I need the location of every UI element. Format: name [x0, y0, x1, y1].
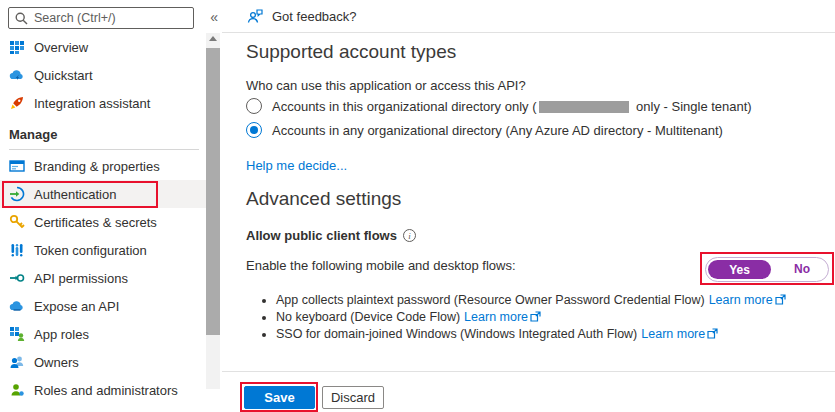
search-icon [15, 12, 28, 25]
sidebar-item-label: Token configuration [34, 243, 147, 258]
footer-divider [222, 371, 835, 372]
got-feedback-button[interactable]: Got feedback? [247, 8, 357, 25]
scrollbar-thumb[interactable] [206, 48, 220, 335]
account-types-question: Who can use this application or access t… [246, 78, 526, 93]
section-title-advanced-settings: Advanced settings [246, 188, 401, 210]
sidebar-item-token-configuration[interactable]: Token configuration [0, 236, 206, 264]
external-link-icon [775, 294, 786, 305]
allow-public-client-flows-label: Allow public client flows i [246, 228, 416, 243]
sidebar-item-label: Expose an API [34, 299, 119, 314]
integration-assistant-icon [9, 95, 25, 111]
sidebar-item-app-roles[interactable]: App roles [0, 320, 206, 348]
sidebar-item-branding-properties[interactable]: Branding & properties [0, 152, 206, 180]
sidebar-item-label: Owners [34, 355, 79, 370]
sidebar: Search (Ctrl+/) « Overview Quickstart [0, 0, 222, 412]
sidebar-item-integration-assistant[interactable]: Integration assistant [0, 89, 206, 117]
token-configuration-icon [9, 242, 25, 258]
sidebar-item-overview[interactable]: Overview [0, 33, 206, 61]
overview-icon [9, 39, 25, 55]
expose-api-icon [9, 298, 25, 314]
list-item: SSO for domain-joined Windows (Windows I… [276, 327, 786, 341]
radio-selected-icon[interactable] [246, 122, 262, 138]
redacted-tenant-name [539, 101, 629, 113]
list-item: App collects plaintext password (Resourc… [276, 293, 786, 307]
save-button[interactable]: Save [244, 386, 315, 409]
radio-option-single-tenant[interactable]: Accounts in this organizational director… [246, 98, 752, 114]
learn-more-link[interactable]: Learn more [464, 310, 541, 324]
info-icon[interactable]: i [403, 229, 416, 242]
app-roles-icon [9, 326, 25, 342]
learn-more-link[interactable]: Learn more [641, 327, 718, 341]
sidebar-item-roles-administrators[interactable]: Roles and administrators [0, 376, 206, 404]
collapse-sidebar-icon[interactable]: « [210, 9, 218, 25]
sidebar-item-label: Roles and administrators [34, 383, 178, 398]
quickstart-icon [9, 67, 25, 83]
sidebar-item-label: App roles [34, 327, 89, 342]
sidebar-item-label: Integration assistant [34, 96, 150, 111]
search-input[interactable]: Search (Ctrl+/) [8, 7, 194, 29]
discard-button[interactable]: Discard [322, 386, 384, 409]
sidebar-nav: Overview Quickstart Integration assistan… [0, 33, 206, 404]
sidebar-item-label: API permissions [34, 271, 128, 286]
toggle-no-option[interactable]: No [794, 262, 810, 276]
sidebar-item-label: Overview [34, 40, 88, 55]
authentication-icon [9, 186, 25, 202]
external-link-icon [530, 311, 541, 322]
help-me-decide-link[interactable]: Help me decide... [246, 158, 347, 173]
learn-more-link[interactable]: Learn more [709, 293, 786, 307]
sidebar-item-owners[interactable]: Owners [0, 348, 206, 376]
roles-administrators-icon [9, 382, 25, 398]
list-item: No keyboard (Device Code Flow)Learn more [276, 310, 786, 324]
radio-option-multitenant[interactable]: Accounts in any organizational directory… [246, 122, 723, 138]
got-feedback-label: Got feedback? [272, 9, 357, 24]
sidebar-divider [9, 149, 199, 150]
sidebar-item-label: Certificates & secrets [34, 215, 157, 230]
radio-unselected-icon[interactable] [246, 98, 262, 114]
enable-flows-label: Enable the following mobile and desktop … [246, 258, 516, 273]
sidebar-scrollbar[interactable] [206, 33, 220, 389]
section-title-supported-account-types: Supported account types [246, 41, 456, 63]
toggle-yes-option[interactable]: Yes [708, 260, 771, 279]
main-content: Got feedback? Supported account types Wh… [222, 0, 835, 412]
sidebar-item-label: Branding & properties [34, 159, 160, 174]
sidebar-item-authentication[interactable]: Authentication [0, 180, 206, 208]
external-link-icon [707, 328, 718, 339]
branding-icon [9, 158, 25, 174]
sidebar-item-quickstart[interactable]: Quickstart [0, 61, 206, 89]
owners-icon [9, 354, 25, 370]
sidebar-item-expose-an-api[interactable]: Expose an API [0, 292, 206, 320]
flows-bullet-list: App collects plaintext password (Resourc… [262, 293, 786, 344]
sidebar-item-label: Quickstart [34, 68, 93, 83]
toolbar: Got feedback? [222, 0, 835, 33]
sidebar-item-label: Authentication [34, 187, 116, 202]
scroll-up-icon[interactable] [209, 36, 217, 41]
certificates-icon [9, 214, 25, 230]
sidebar-section-manage: Manage [0, 117, 206, 146]
feedback-icon [247, 8, 264, 25]
api-permissions-icon [9, 270, 25, 286]
search-placeholder: Search (Ctrl+/) [34, 11, 116, 25]
sidebar-item-certificates-secrets[interactable]: Certificates & secrets [0, 208, 206, 236]
public-client-flows-toggle[interactable]: Yes No [705, 257, 829, 282]
radio-label: Accounts in any organizational directory… [272, 123, 723, 138]
sidebar-item-api-permissions[interactable]: API permissions [0, 264, 206, 292]
radio-label: Accounts in this organizational director… [272, 99, 752, 114]
